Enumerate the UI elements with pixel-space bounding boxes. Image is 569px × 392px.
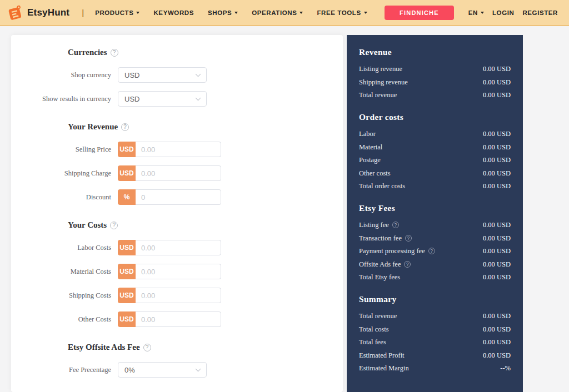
- shop-currency-select[interactable]: USD: [118, 67, 207, 83]
- result-row: Offsite Ads fee ? 0.00 USD: [359, 260, 511, 268]
- shipping-charge-input[interactable]: [136, 165, 221, 181]
- percent-unit-badge: %: [118, 189, 136, 205]
- result-label: Material: [359, 143, 382, 151]
- fee-percentage-select[interactable]: 0%: [118, 362, 207, 378]
- result-row: Postage 0.00 USD: [359, 156, 511, 164]
- chevron-down-icon: [196, 366, 201, 372]
- result-value: 0.00 USD: [483, 338, 511, 346]
- form-row: Selling Price USD: [11, 142, 343, 157]
- result-label-text: Payment processing fee: [359, 247, 425, 255]
- calculator-form-card: Currencies ? Shop currency USD Show resu…: [11, 35, 343, 392]
- shipping-costs-input[interactable]: [136, 288, 221, 303]
- result-row: Total revenue 0.00 USD: [359, 91, 511, 99]
- form-row: Material Costs USD: [11, 264, 343, 279]
- selling-price-input[interactable]: [136, 142, 221, 157]
- section-heading: Your Revenue ?: [68, 122, 343, 132]
- help-icon[interactable]: ?: [143, 344, 151, 351]
- auth-links: EN LOGIN REGISTER: [468, 9, 558, 16]
- shipping-costs-group: USD: [118, 288, 221, 303]
- result-row: Total revenue 0.00 USD: [359, 312, 511, 320]
- result-label: Total order costs: [359, 182, 405, 190]
- section-heading: Etsy Offsite Ads Fee ?: [68, 343, 343, 352]
- result-label-text: Offsite Ads fee: [359, 260, 401, 268]
- form-row: Other Costs USD: [11, 311, 343, 327]
- nav-item-keywords[interactable]: KEYWORDS: [153, 9, 194, 16]
- nav-item-operations[interactable]: OPERATIONS: [252, 9, 303, 16]
- result-label-text: Transaction fee: [359, 234, 402, 242]
- form-row: Discount %: [11, 189, 343, 205]
- result-row: Listing revenue 0.00 USD: [359, 65, 511, 73]
- currency-unit-badge: USD: [118, 165, 136, 181]
- section-currencies: Currencies ? Shop currency USD Show resu…: [11, 48, 343, 107]
- result-value: --%: [500, 364, 511, 372]
- login-link[interactable]: LOGIN: [492, 9, 514, 16]
- result-label: Transaction fee ?: [359, 234, 412, 242]
- result-value: 0.00 USD: [483, 260, 511, 268]
- result-label: Total fees: [359, 338, 386, 346]
- result-row: Shipping revenue 0.00 USD: [359, 78, 511, 86]
- result-value: 0.00 USD: [483, 247, 511, 255]
- help-icon[interactable]: ?: [392, 222, 399, 228]
- currency-unit-badge: USD: [118, 288, 136, 303]
- select-value: USD: [124, 71, 139, 79]
- result-row: Total costs 0.00 USD: [359, 325, 511, 333]
- nav-divider: |: [82, 8, 84, 17]
- help-icon[interactable]: ?: [405, 235, 412, 242]
- result-label: Estimated Profit: [359, 351, 405, 359]
- result-label: Total revenue: [359, 91, 397, 99]
- currency-unit-badge: USD: [118, 264, 136, 279]
- result-value: 0.00 USD: [483, 91, 511, 99]
- register-link[interactable]: REGISTER: [522, 9, 558, 16]
- labor-costs-input[interactable]: [136, 240, 221, 255]
- section-your-costs: Your Costs ? Labor Costs USD Material Co…: [11, 220, 343, 327]
- field-label: Show results in currency: [11, 95, 118, 103]
- help-icon[interactable]: ?: [110, 222, 118, 229]
- language-selector[interactable]: EN: [468, 9, 484, 16]
- help-icon[interactable]: ?: [428, 248, 435, 254]
- result-label: Listing fee ?: [359, 221, 399, 229]
- help-icon[interactable]: ?: [121, 123, 129, 131]
- brand-name: EtsyHunt: [27, 7, 69, 18]
- form-row: Fee Precentage 0%: [11, 362, 343, 378]
- results-currency-select[interactable]: USD: [118, 91, 207, 107]
- field-label: Shop currency: [11, 71, 118, 79]
- other-costs-group: USD: [118, 311, 221, 327]
- nav-item-shops[interactable]: SHOPS: [208, 9, 238, 16]
- material-costs-input[interactable]: [136, 264, 221, 279]
- result-row: Total fees 0.00 USD: [359, 338, 511, 346]
- nav-item-label: PRODUCTS: [95, 9, 133, 16]
- panel-heading: Summary: [359, 294, 511, 304]
- section-your-revenue: Your Revenue ? Selling Price USD Shippin…: [11, 122, 343, 205]
- material-costs-group: USD: [118, 264, 221, 279]
- form-row: Shop currency USD: [11, 67, 343, 83]
- result-value: 0.00 USD: [483, 156, 511, 164]
- discount-input[interactable]: [136, 189, 221, 205]
- result-label: Offsite Ads fee ?: [359, 260, 411, 268]
- etsyhunt-logo-icon: [7, 4, 23, 21]
- shipping-charge-group: USD: [118, 165, 221, 181]
- nav-item-free-tools[interactable]: FREE TOOLS: [317, 9, 367, 16]
- result-label: Payment processing fee ?: [359, 247, 435, 255]
- result-row: Material 0.00 USD: [359, 143, 511, 151]
- result-label: Total revenue: [359, 312, 397, 320]
- results-panel: Revenue Listing revenue 0.00 USD Shippin…: [347, 35, 523, 392]
- nav-item-products[interactable]: PRODUCTS: [95, 9, 139, 16]
- field-label: Fee Precentage: [11, 366, 118, 374]
- section-heading: Your Costs ?: [68, 220, 343, 230]
- field-label: Selling Price: [11, 145, 118, 154]
- chevron-down-icon: [300, 12, 303, 14]
- result-row: Listing fee ? 0.00 USD: [359, 221, 511, 229]
- help-icon[interactable]: ?: [111, 49, 118, 57]
- help-icon[interactable]: ?: [404, 261, 411, 268]
- result-label: Labor: [359, 130, 376, 138]
- form-row: Shipping Costs USD: [11, 288, 343, 303]
- other-costs-input[interactable]: [136, 311, 221, 327]
- panel-section-order-costs: Order costs Labor 0.00 USD Material 0.00…: [359, 112, 511, 190]
- brand-logo[interactable]: EtsyHunt: [7, 4, 69, 21]
- result-value: 0.00 USD: [483, 65, 511, 73]
- findniche-button[interactable]: FINDNICHE: [385, 6, 454, 20]
- result-row: Total order costs 0.00 USD: [359, 182, 511, 190]
- result-value: 0.00 USD: [483, 169, 511, 177]
- currency-unit-badge: USD: [118, 142, 136, 157]
- result-value: 0.00 USD: [483, 312, 511, 320]
